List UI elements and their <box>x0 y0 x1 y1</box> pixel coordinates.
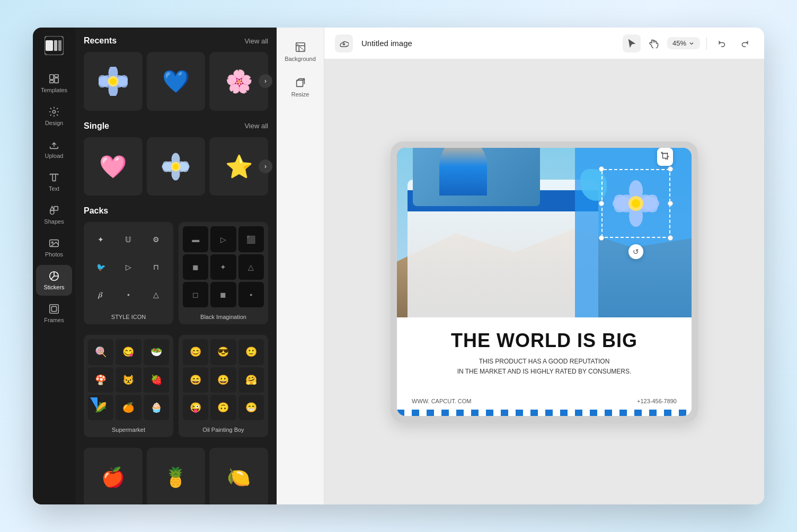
pack-sticker: ▷ <box>210 226 236 252</box>
design-card[interactable]: ↺ THE WORLD IS BIG THIS PRODUCT HAS A GO… <box>391 141 698 422</box>
bottom-sticker-2[interactable]: 🍍 <box>147 448 206 504</box>
toolbar-divider <box>706 37 707 50</box>
card-footer-right: +123-456-7890 <box>637 398 677 404</box>
pack-oil-painting-boy[interactable]: 😊 😎 🙂 😄 😀 🤗 😜 🙃 😁 Oil Painting Boy <box>179 335 268 437</box>
sidebar-item-stickers[interactable]: Stickers <box>36 265 72 296</box>
single-flower-svg <box>161 152 190 181</box>
sidebar-item-photos[interactable]: Photos <box>36 232 72 263</box>
sidebar-item-design-label: Design <box>45 120 63 126</box>
sidebar-item-templates-label: Templates <box>41 87 67 93</box>
sidebar-item-upload[interactable]: Upload <box>36 134 72 164</box>
redo-icon <box>740 39 749 48</box>
svg-rect-4 <box>50 75 54 79</box>
canvas-content[interactable]: ↺ THE WORLD IS BIG THIS PRODUCT HAS A GO… <box>324 59 764 504</box>
svg-rect-10 <box>54 207 58 210</box>
rotate-handle[interactable]: ↺ <box>628 244 643 259</box>
sidebar-item-stickers-label: Stickers <box>43 284 64 290</box>
pack-black-imagination-stickers: ▬ ▷ ⬛ ◼ ✦ △ ◻ ◼ ▪ <box>179 222 268 312</box>
single-title: Single <box>84 121 109 131</box>
sidebar-item-text[interactable]: Text <box>36 166 72 197</box>
pack-supermarket-stickers: 🍭 😋 🥗 🍄 😾 🍓 🌽 🍊 🧁 <box>84 335 173 424</box>
blue-flower-svg <box>99 67 128 96</box>
handle-tr[interactable] <box>668 166 673 172</box>
icon-sidebar: Templates Design Upload Text Sh <box>33 28 75 504</box>
cursor-tool-btn[interactable] <box>623 34 641 52</box>
card-footer: WWW. CAPCUT. COM +123-456-7890 <box>397 393 692 410</box>
zoom-control[interactable]: 45% <box>667 37 700 49</box>
sticker-selection-overlay[interactable]: ↺ <box>601 169 670 238</box>
app-container: Templates Design Upload Text Sh <box>33 28 764 504</box>
svg-rect-39 <box>296 80 303 86</box>
pack-style-icon-name: STYLE ICON <box>84 312 173 324</box>
pack-supermarket[interactable]: 🍭 😋 🥗 🍄 😾 🍓 🌽 🍊 🧁 Supermarket <box>84 335 173 437</box>
pack-black-imagination-name: Black Imagination <box>179 312 268 324</box>
pack-sticker: △ <box>144 282 169 307</box>
shapes-icon <box>48 205 60 216</box>
card-headline: THE WORLD IS BIG <box>412 330 677 351</box>
bottom-sticker-row: 🍎 🍍 🍋 ❋ ♻ ❓ <box>84 448 268 504</box>
pack-black-imagination[interactable]: ▬ ▷ ⬛ ◼ ✦ △ ◻ ◼ ▪ Black Imagination <box>179 222 268 324</box>
pack-style-icon-stickers: ✦ 𝕌 ⚙ 🐦 ▷ ⊓ 𝜷 ⋆ △ <box>84 222 173 312</box>
svg-rect-1 <box>54 40 57 51</box>
sidebar-item-templates[interactable]: Templates <box>36 68 72 99</box>
pack-sticker: 🍄 <box>88 367 113 393</box>
resize-icon <box>295 77 306 88</box>
svg-rect-15 <box>51 306 56 311</box>
svg-rect-7 <box>50 81 54 83</box>
handle-tl[interactable] <box>599 166 604 172</box>
recent-sticker-2[interactable]: 💙 <box>147 52 206 111</box>
single-view-all[interactable]: View all <box>244 122 268 130</box>
pack-sticker: 🙂 <box>238 339 264 365</box>
single-next-arrow[interactable]: › <box>259 159 272 173</box>
pack-oil-painting-stickers: 😊 😎 🙂 😄 😀 🤗 😜 🙃 😁 <box>179 335 268 424</box>
recent-sticker-1[interactable] <box>84 52 143 111</box>
svg-rect-0 <box>46 40 53 51</box>
undo-button[interactable] <box>713 34 731 52</box>
crop-button[interactable] <box>657 148 673 166</box>
pack-sticker: 😀 <box>210 367 236 393</box>
pack-style-icon[interactable]: ✦ 𝕌 ⚙ 🐦 ▷ ⊓ 𝜷 ⋆ △ STYLE ICON <box>84 222 173 324</box>
sidebar-item-text-label: Text <box>49 185 59 192</box>
hand-icon <box>649 39 659 48</box>
chevron-down-icon <box>688 40 695 47</box>
redo-button[interactable] <box>736 34 754 52</box>
background-tool[interactable]: Background <box>280 36 321 67</box>
svg-point-35 <box>173 164 179 169</box>
pack-sticker: 🙃 <box>210 395 236 420</box>
sidebar-item-frames[interactable]: Frames <box>36 298 72 329</box>
sidebar-item-design[interactable]: Design <box>36 101 72 131</box>
handle-mr[interactable] <box>668 201 673 206</box>
bottom-sticker-3[interactable]: 🍋 <box>209 448 268 504</box>
sidebar-item-shapes[interactable]: Shapes <box>36 199 72 230</box>
bottom-sticker-1[interactable]: 🍎 <box>84 448 143 504</box>
text-icon <box>48 172 60 183</box>
pack-sticker: 🍓 <box>144 367 169 393</box>
recents-grid: 💙 🌸 › <box>84 52 268 111</box>
svg-rect-2 <box>58 40 61 51</box>
more-packs-grid: 🍭 😋 🥗 🍄 😾 🍓 🌽 🍊 🧁 Supermarket 😊 😎 🙂 <box>84 335 268 437</box>
pack-sticker: △ <box>238 254 264 280</box>
background-icon <box>295 41 306 53</box>
svg-rect-5 <box>55 75 58 77</box>
handle-ml[interactable] <box>599 201 604 206</box>
handle-bl[interactable] <box>599 235 604 241</box>
pack-supermarket-name: Supermarket <box>84 424 173 437</box>
handle-br[interactable] <box>668 235 673 241</box>
card-text-area: THE WORLD IS BIG THIS PRODUCT HAS A GOOD… <box>397 317 692 393</box>
hand-tool-btn[interactable] <box>645 34 663 52</box>
pack-sticker: ▬ <box>183 226 208 252</box>
recents-view-all[interactable]: View all <box>244 37 268 45</box>
design-icon <box>48 106 60 118</box>
frames-icon <box>48 303 60 315</box>
sticker-panel: Recents View all <box>75 28 277 504</box>
single-grid: 🩷 <box>84 137 268 196</box>
pack-sticker: 𝜷 <box>88 282 113 307</box>
recents-next-arrow[interactable]: › <box>259 74 272 88</box>
svg-point-25 <box>110 78 116 84</box>
pack-sticker: ▷ <box>116 254 141 280</box>
single-sticker-1[interactable]: 🩷 <box>84 137 143 196</box>
recents-header: Recents View all <box>84 36 268 46</box>
save-button[interactable] <box>335 34 353 52</box>
resize-tool[interactable]: Resize <box>280 72 321 103</box>
single-sticker-2[interactable] <box>147 137 206 196</box>
